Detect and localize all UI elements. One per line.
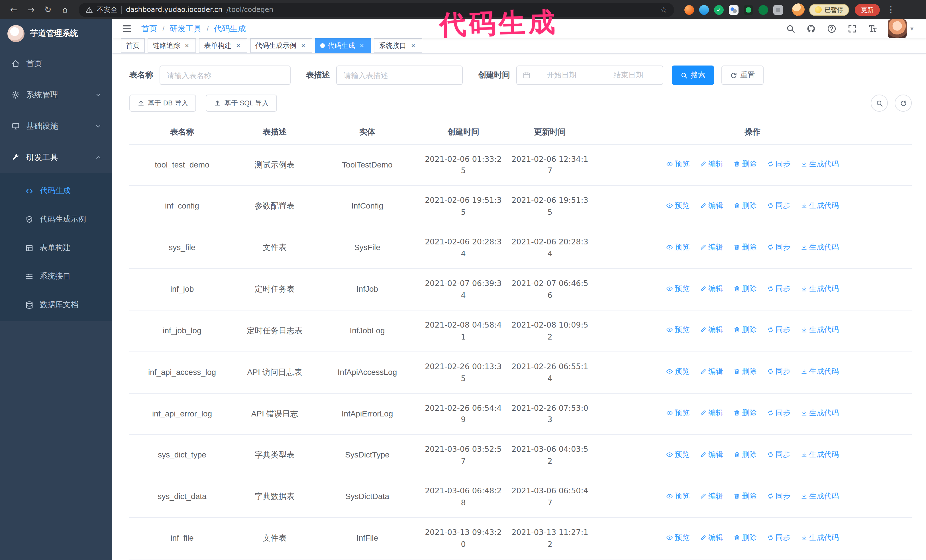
action-sync-link[interactable]: 同步 [767, 491, 790, 502]
check-extension-icon[interactable] [714, 5, 724, 15]
action-trash-link[interactable]: 删除 [733, 449, 757, 460]
user-menu[interactable]: ▾ [888, 20, 914, 38]
close-icon[interactable]: × [234, 42, 242, 50]
tab-item[interactable]: 首页 [121, 38, 145, 53]
sidebar-subitem-system-api[interactable]: 系统接口 [0, 262, 112, 291]
action-sync-link[interactable]: 同步 [767, 366, 790, 377]
action-edit-link[interactable]: 编辑 [700, 491, 723, 502]
action-trash-link[interactable]: 删除 [733, 241, 757, 253]
sidebar-subitem-codegen-example[interactable]: 代码生成示例 [0, 205, 112, 234]
refresh-table-button[interactable] [895, 95, 912, 112]
security-label[interactable]: 不安全 [97, 5, 117, 15]
action-eye-link[interactable]: 预览 [666, 408, 690, 419]
breadcrumb-item[interactable]: 代码生成 [214, 24, 246, 34]
action-eye-link[interactable]: 预览 [666, 366, 690, 377]
sidebar-subitem-db-doc[interactable]: 数据库文档 [0, 291, 112, 319]
action-download-link[interactable]: 生成代码 [800, 532, 839, 543]
action-sync-link[interactable]: 同步 [767, 283, 790, 294]
action-eye-link[interactable]: 预览 [666, 283, 690, 294]
action-eye-link[interactable]: 预览 [666, 200, 690, 211]
action-trash-link[interactable]: 删除 [733, 283, 757, 294]
close-icon[interactable]: × [358, 42, 366, 50]
action-trash-link[interactable]: 删除 [733, 158, 757, 170]
action-sync-link[interactable]: 同步 [767, 325, 790, 336]
action-trash-link[interactable]: 删除 [733, 491, 757, 502]
search-button[interactable]: 搜索 [672, 65, 714, 85]
action-download-link[interactable]: 生成代码 [800, 491, 839, 502]
close-icon[interactable]: × [409, 42, 417, 50]
breadcrumb-item[interactable]: 研发工具 [169, 24, 201, 34]
action-download-link[interactable]: 生成代码 [800, 325, 839, 336]
action-eye-link[interactable]: 预览 [666, 241, 690, 253]
action-eye-link[interactable]: 预览 [666, 158, 690, 170]
github-icon[interactable] [806, 24, 816, 33]
action-sync-link[interactable]: 同步 [767, 532, 790, 543]
action-download-link[interactable]: 生成代码 [800, 200, 839, 211]
update-button[interactable]: 更新 [855, 4, 880, 16]
drop-extension-icon[interactable] [699, 5, 709, 15]
sidebar-item-system[interactable]: 系统管理 [0, 79, 112, 110]
action-eye-link[interactable]: 预览 [666, 491, 690, 502]
action-trash-link[interactable]: 删除 [733, 408, 757, 419]
action-edit-link[interactable]: 编辑 [700, 283, 723, 294]
tab-item[interactable]: 链路追踪× [148, 38, 196, 53]
action-trash-link[interactable]: 删除 [733, 532, 757, 543]
people-extension-icon[interactable] [729, 5, 738, 15]
table-desc-input[interactable] [336, 65, 463, 85]
action-eye-link[interactable]: 预览 [666, 449, 690, 460]
action-download-link[interactable]: 生成代码 [800, 283, 839, 294]
sidebar-subitem-codegen[interactable]: 代码生成 [0, 177, 112, 205]
import-sql-button[interactable]: 基于 SQL 导入 [206, 95, 277, 112]
sidebar-item-devtools[interactable]: 研发工具 [0, 142, 112, 173]
paused-badge[interactable]: 已暂停 [809, 4, 849, 16]
action-edit-link[interactable]: 编辑 [700, 325, 723, 336]
fontsize-icon[interactable] [868, 24, 878, 33]
action-edit-link[interactable]: 编辑 [700, 532, 723, 543]
browser-profile-avatar[interactable] [792, 3, 805, 16]
action-trash-link[interactable]: 删除 [733, 200, 757, 211]
action-download-link[interactable]: 生成代码 [800, 366, 839, 377]
fullscreen-icon[interactable] [848, 24, 857, 33]
puzzle-extension-icon[interactable] [773, 5, 783, 15]
tab-item[interactable]: 系统接口× [374, 38, 422, 53]
sidebar-item-infra[interactable]: 基础设施 [0, 110, 112, 142]
action-sync-link[interactable]: 同步 [767, 158, 790, 170]
fox-extension-icon[interactable] [684, 5, 694, 15]
search-icon[interactable] [786, 24, 796, 33]
close-icon[interactable]: × [299, 42, 307, 50]
toggle-search-button[interactable] [871, 95, 888, 112]
import-db-button[interactable]: 基于 DB 导入 [129, 95, 196, 112]
address-bar[interactable]: 不安全 dashboard.yudao.iocoder.cn/tool/code… [79, 3, 674, 17]
action-download-link[interactable]: 生成代码 [800, 241, 839, 253]
browser-menu-icon[interactable]: ⋮ [884, 5, 897, 15]
action-download-link[interactable]: 生成代码 [800, 449, 839, 460]
action-download-link[interactable]: 生成代码 [800, 408, 839, 419]
leaf-extension-icon[interactable] [758, 5, 768, 15]
tab-item[interactable]: 代码生成示例× [250, 38, 312, 53]
create-time-range-picker[interactable]: 开始日期 - 结束日期 [516, 65, 663, 85]
question-icon[interactable] [827, 24, 837, 33]
action-sync-link[interactable]: 同步 [767, 408, 790, 419]
reset-button[interactable]: 重置 [722, 65, 764, 85]
action-edit-link[interactable]: 编辑 [700, 449, 723, 460]
action-eye-link[interactable]: 预览 [666, 532, 690, 543]
action-download-link[interactable]: 生成代码 [800, 158, 839, 170]
action-sync-link[interactable]: 同步 [767, 200, 790, 211]
action-edit-link[interactable]: 编辑 [700, 158, 723, 170]
dark-extension-icon[interactable] [744, 5, 754, 15]
sidebar-item-home[interactable]: 首页 [0, 48, 112, 79]
action-trash-link[interactable]: 删除 [733, 366, 757, 377]
action-sync-link[interactable]: 同步 [767, 449, 790, 460]
browser-back-button[interactable]: ← [6, 2, 22, 18]
sidebar-subitem-form-builder[interactable]: 表单构建 [0, 234, 112, 262]
action-eye-link[interactable]: 预览 [666, 325, 690, 336]
tab-item[interactable]: 表单构建× [199, 38, 247, 53]
action-sync-link[interactable]: 同步 [767, 241, 790, 253]
action-edit-link[interactable]: 编辑 [700, 408, 723, 419]
browser-home-button[interactable]: ⌂ [57, 2, 73, 18]
tab-item[interactable]: 代码生成× [315, 38, 371, 53]
breadcrumb-item[interactable]: 首页 [141, 24, 157, 34]
browser-forward-button[interactable]: → [23, 2, 39, 18]
close-icon[interactable]: × [183, 42, 191, 50]
browser-reload-button[interactable]: ↻ [40, 2, 56, 18]
